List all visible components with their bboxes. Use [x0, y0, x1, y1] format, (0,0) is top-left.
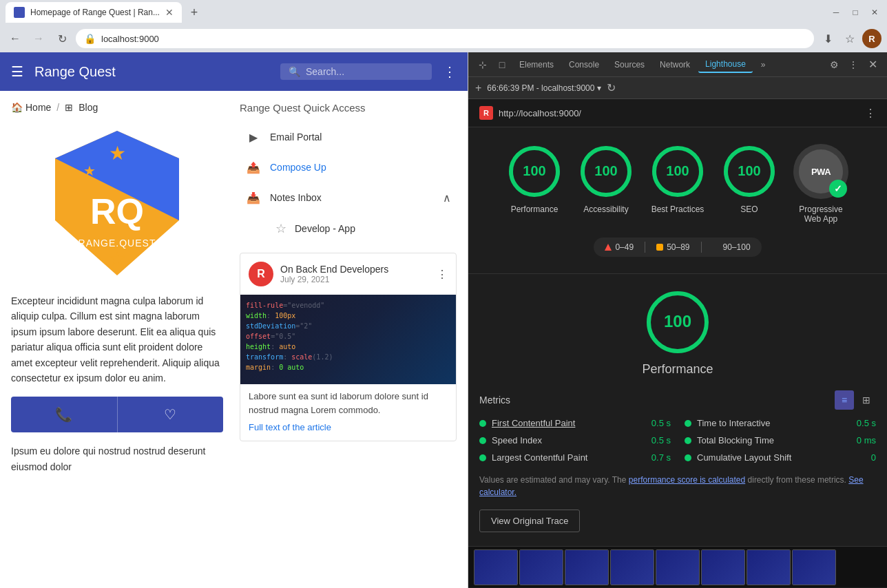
action-buttons: 📞 ♡	[11, 397, 223, 432]
post-date: July 29, 2021	[280, 275, 430, 284]
filmstrip-frame-6	[701, 549, 745, 585]
score-best-practices: 100 Best Practices	[650, 144, 705, 214]
metric-tti: Time to Interactive 0.5 s	[685, 418, 876, 428]
pwa-check-badge: ✓	[829, 180, 847, 198]
search-bar[interactable]: 🔍	[280, 63, 432, 80]
score-circles: 100 Performance 100	[507, 144, 848, 224]
inbox-in-icon: 📥	[245, 189, 262, 206]
svg-text:100: 100	[523, 163, 545, 178]
metric-fcp-name: First Contentful Paint	[492, 418, 646, 428]
notes-inbox-expanded: ☆ Develop - App	[240, 213, 457, 244]
site-favicon: R	[479, 106, 493, 120]
breadcrumb-blog-link[interactable]: Blog	[79, 102, 98, 113]
post-full-text-link[interactable]: Full text of the article	[240, 419, 456, 441]
tab-sources[interactable]: Sources	[607, 57, 651, 72]
refresh-button[interactable]: ↻	[607, 81, 616, 94]
legend-divider-2	[701, 242, 702, 253]
search-input[interactable]	[306, 66, 424, 77]
view-original-trace-button[interactable]: View Original Trace	[479, 510, 580, 532]
legend-fail-icon	[605, 244, 612, 251]
metric-cls-name: Cumulative Layout Shift	[697, 452, 866, 463]
new-tab-button[interactable]: +	[185, 3, 204, 22]
post-meta: On Back End Developers July 29, 2021	[280, 264, 430, 284]
tab-elements[interactable]: Elements	[512, 57, 561, 72]
score-legend: 0–49 50–89 90–100	[594, 238, 761, 257]
reload-button[interactable]: ↻	[52, 29, 72, 48]
lighthouse-header: R http://localhost:9000/ ⋮	[468, 99, 887, 127]
tab-more[interactable]: »	[754, 57, 773, 72]
tab-console[interactable]: Console	[562, 57, 606, 72]
legend-divider-1	[645, 242, 645, 253]
hamburger-icon[interactable]: ☰	[11, 63, 23, 80]
back-button[interactable]: ←	[6, 29, 25, 48]
active-tab[interactable]: Homepage of Range Quest | Ran... ✕	[6, 2, 182, 23]
bookmark-button[interactable]: ☆	[840, 29, 859, 48]
url-text: localhost:9000	[101, 34, 159, 44]
lighthouse-more-button[interactable]: ⋮	[865, 107, 876, 120]
phone-button[interactable]: 📞	[11, 397, 117, 432]
profile-button[interactable]: R	[862, 29, 881, 48]
develop-app-item[interactable]: ☆ Develop - App	[270, 216, 457, 242]
score-pwa: PWA ✓ Progressive Web App	[793, 144, 848, 224]
pwa-circle: PWA ✓	[793, 144, 848, 199]
tab-title: Homepage of Range Quest | Ran...	[30, 8, 160, 17]
svg-text:100: 100	[666, 163, 689, 178]
quick-access-email[interactable]: ▶ Email Portal	[240, 122, 457, 152]
close-window-button[interactable]: ✕	[868, 6, 881, 19]
post-header: R On Back End Developers July 29, 2021 ⋮	[240, 253, 456, 295]
star-icon: ☆	[275, 221, 286, 236]
add-report-button[interactable]: +	[475, 82, 481, 94]
breadcrumb-home-link[interactable]: 🏠 Home	[11, 102, 51, 113]
post-more-button[interactable]: ⋮	[437, 268, 448, 281]
url-bar[interactable]: 🔒 localhost:9000	[76, 29, 814, 48]
minimize-button[interactable]: ─	[829, 6, 843, 19]
more-vert-icon[interactable]: ⋮	[443, 63, 457, 80]
filmstrip-frame-5	[656, 549, 700, 585]
tab-lighthouse[interactable]: Lighthouse	[698, 56, 753, 73]
legend-average-icon	[656, 244, 663, 251]
code-image-content: fill-rule="evenodd" width: 100px stdDevi…	[240, 295, 456, 384]
favorite-button[interactable]: ♡	[118, 397, 224, 432]
devtools-close-button[interactable]: ✕	[864, 56, 881, 74]
filmstrip-frame-4	[610, 549, 654, 585]
breadcrumb-grid-icon: ⊞	[65, 102, 73, 113]
metric-lcp-name: Largest Contentful Paint	[492, 452, 646, 463]
quick-access-compose[interactable]: 📤 Compose Up	[240, 152, 457, 182]
score-seo: 100 SEO	[722, 144, 777, 214]
inspect-element-button[interactable]: ⊹	[474, 56, 492, 74]
legend-fail: 0–49	[605, 242, 634, 252]
breadcrumb: 🏠 Home / ⊞ Blog	[11, 102, 223, 113]
metrics-view-toggle: ≡ ⊞	[835, 390, 876, 410]
svg-text:RQ: RQ	[90, 191, 144, 231]
metrics-header: Metrics ≡ ⊞	[479, 390, 876, 410]
devtools-settings-button[interactable]: ⚙	[825, 56, 843, 74]
email-portal-label: Email Portal	[270, 132, 322, 143]
metric-tbt: Total Blocking Time 0 ms	[685, 435, 876, 445]
perf-score-link[interactable]: performance score is calculated	[629, 475, 745, 485]
download-button[interactable]: ⬇	[818, 29, 837, 48]
svg-text:RANGE.QUEST: RANGE.QUEST	[79, 238, 156, 249]
left-column: 🏠 Home / ⊞ Blog	[0, 91, 234, 588]
metric-si: Speed Index 0.5 s	[479, 435, 671, 445]
maximize-button[interactable]: □	[848, 6, 862, 19]
legend-pass: 90–100	[713, 242, 751, 252]
tab-close-button[interactable]: ✕	[165, 7, 174, 18]
logo-container: RQ RANGE.QUEST ★ ★ ★	[11, 124, 223, 282]
devtools-more-button[interactable]: ⋮	[844, 56, 862, 74]
accessibility-circle: 100	[578, 144, 634, 199]
list-view-button[interactable]: ≡	[835, 390, 854, 410]
performance-circle: 100	[507, 144, 562, 199]
treemap-view-button[interactable]: ⊞	[857, 390, 876, 410]
score-performance: 100 Performance	[507, 144, 562, 214]
pwa-text: PWA	[811, 167, 831, 177]
performance-detail-section: 100 Performance Metrics ≡ ⊞ Fir	[468, 273, 887, 546]
tab-network[interactable]: Network	[653, 57, 697, 72]
device-toolbar-button[interactable]: □	[493, 56, 511, 74]
quick-access-notes[interactable]: 📥 Notes Inbox ∧	[240, 182, 457, 213]
post-image-placeholder: fill-rule="evenodd" width: 100px stdDevi…	[240, 295, 456, 384]
heart-icon: ♡	[164, 406, 176, 423]
forward-button[interactable]: →	[29, 29, 48, 48]
best-practices-label: Best Practices	[651, 204, 705, 214]
lighthouse-content: R http://localhost:9000/ ⋮ 100	[468, 99, 887, 588]
accessibility-label: Accessibility	[583, 204, 628, 214]
